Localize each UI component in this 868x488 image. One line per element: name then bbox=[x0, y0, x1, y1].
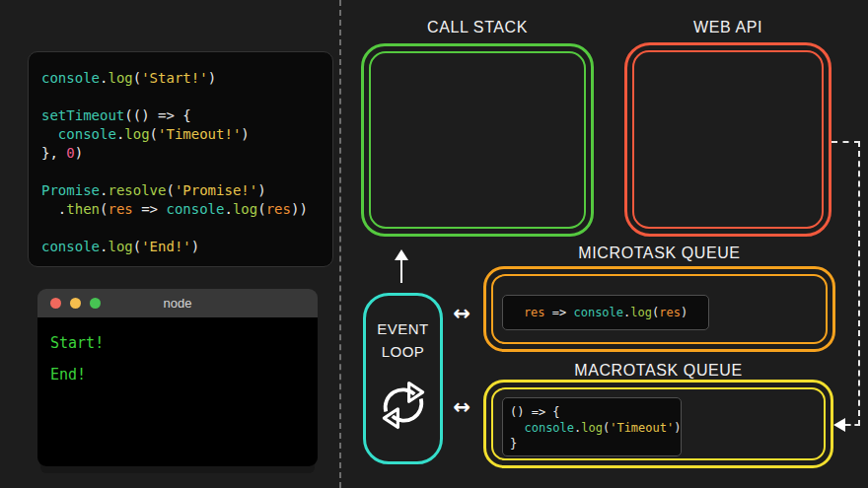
divider-dashed-line bbox=[339, 0, 341, 488]
call-stack-box bbox=[361, 43, 594, 237]
bidirectional-arrow-microtask-icon: ↔ bbox=[446, 302, 477, 325]
call-stack-box-inner bbox=[369, 51, 586, 229]
connector-webapi-horizontal bbox=[832, 141, 860, 143]
terminal-title: node bbox=[37, 296, 318, 311]
call-stack-label: CALL STACK bbox=[361, 19, 594, 36]
microtask-code-chip: res => console.log(res) bbox=[502, 295, 709, 330]
connector-webapi-bottom bbox=[845, 424, 860, 426]
code-editor-content: console.log('Start!') setTimeout(() => {… bbox=[29, 52, 332, 256]
macrotask-code-chip: () => { console.log('Timeout')} bbox=[502, 397, 682, 456]
cycle-arrows-icon bbox=[366, 377, 440, 438]
event-loop-box: EVENT LOOP bbox=[363, 293, 443, 464]
macrotask-queue-label: MACROTASK QUEUE bbox=[483, 362, 833, 380]
bidirectional-arrow-macrotask-icon: ↔ bbox=[446, 395, 477, 419]
microtask-queue-label: MICROTASK QUEUE bbox=[483, 244, 835, 262]
event-loop-label: EVENT LOOP bbox=[366, 317, 440, 363]
terminal-output: Start!End! bbox=[37, 317, 318, 466]
macrotask-queue-box: () => { console.log('Timeout')} bbox=[483, 380, 833, 468]
microtask-queue-box: res => console.log(res) bbox=[483, 266, 835, 352]
web-api-label: WEB API bbox=[624, 19, 832, 36]
web-api-box-inner bbox=[632, 50, 824, 229]
connector-arrowhead-icon bbox=[833, 418, 845, 432]
up-arrow-line bbox=[400, 259, 402, 283]
code-editor-panel: console.log('Start!') setTimeout(() => {… bbox=[28, 51, 333, 267]
connector-webapi-vertical bbox=[858, 141, 860, 426]
web-api-box bbox=[624, 42, 832, 237]
event-loop-diagram: console.log('Start!') setTimeout(() => {… bbox=[0, 0, 868, 488]
terminal-window: node Start!End! bbox=[37, 289, 318, 466]
terminal-title-bar: node bbox=[37, 289, 318, 317]
